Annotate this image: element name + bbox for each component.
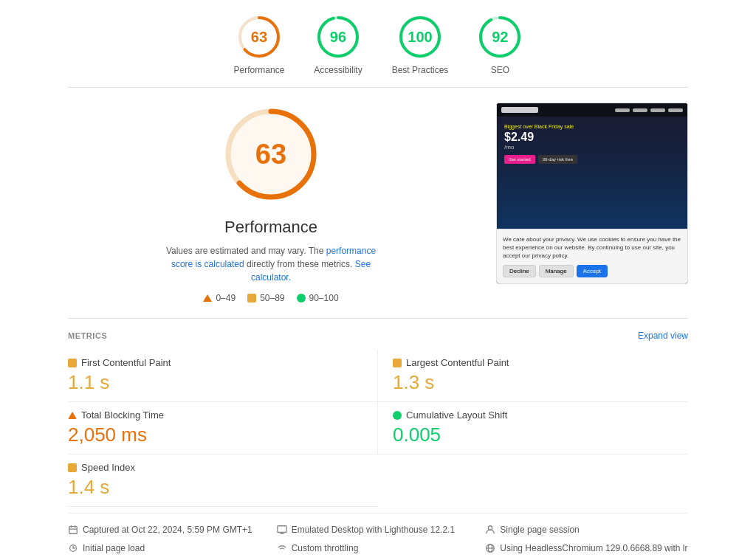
big-score-value: 63 <box>255 139 286 170</box>
info-page-load: Initial page load <box>68 542 271 555</box>
calendar-icon <box>68 525 78 535</box>
metrics-title: METRICS <box>68 331 107 340</box>
info-page-load-text: Initial page load <box>83 542 145 555</box>
desc-text: Values are estimated and may vary. The <box>166 246 323 256</box>
info-throttling-text: Custom throttling <box>292 542 359 555</box>
metric-lcp-header: Largest Contentful Paint <box>393 357 688 368</box>
green-circle-icon <box>297 294 306 303</box>
score-value-seo: 92 <box>492 29 508 46</box>
lcp-indicator-icon <box>393 359 402 367</box>
metric-fcp-value: 1.1 s <box>68 371 362 394</box>
mockup-price: $2.49 <box>504 131 680 144</box>
perf-description: Values are estimated and may vary. The p… <box>160 244 382 284</box>
globe-icon <box>485 543 495 553</box>
legend-row: 0–49 50–89 90–100 <box>203 293 338 303</box>
cls-indicator-icon <box>393 411 402 420</box>
mockup-hero-content: Biggest over Black Friday sale $2.49 /mo… <box>497 117 687 171</box>
mockup-nav <box>497 103 687 117</box>
metrics-header: METRICS Expand view <box>68 331 688 341</box>
mockup-price-suffix: /mo <box>504 144 680 151</box>
metric-si-value: 1.4 s <box>68 476 363 499</box>
big-score-container: 63 <box>219 103 323 206</box>
info-emulated-text: Emulated Desktop with Lighthouse 12.2.1 <box>292 524 455 536</box>
score-label-accessibility: Accessibility <box>314 65 362 75</box>
metric-cls-header: Cumulative Layout Shift <box>393 409 688 421</box>
consent-manage-button[interactable]: Manage <box>539 265 574 277</box>
score-cards-row: 63 Performance 96 Accessibility <box>68 0 688 88</box>
score-circle-performance: 63 <box>237 15 281 59</box>
info-session: Single page session <box>485 524 688 536</box>
mockup-nav-links <box>615 108 683 112</box>
mockup-buttons: Get started 30-day risk free <box>504 155 680 164</box>
mockup-logo <box>501 107 538 113</box>
consent-accept-button[interactable]: Accept <box>577 265 608 277</box>
consent-panel: We care about your privacy. We use cooki… <box>497 229 687 283</box>
score-card-accessibility[interactable]: 96 Accessibility <box>314 15 362 75</box>
info-row: Captured at Oct 22, 2024, 5:59 PM GMT+1 … <box>68 513 688 560</box>
consent-buttons: Decline Manage Accept <box>503 265 681 277</box>
svg-rect-11 <box>69 527 78 534</box>
desc-suffix: directly from these metrics. <box>247 259 352 269</box>
metrics-section: METRICS Expand view First Contentful Pai… <box>68 319 688 560</box>
score-circle-best-practices: 100 <box>398 15 442 59</box>
screenshot-panel: Biggest over Black Friday sale $2.49 /mo… <box>496 103 688 284</box>
metric-tbt: Total Blocking Time 2,050 ms <box>68 402 378 454</box>
monitor-icon <box>277 525 287 535</box>
score-label-performance: Performance <box>234 65 285 75</box>
legend-label-red: 0–49 <box>216 293 236 303</box>
metric-fcp: First Contentful Paint 1.1 s <box>68 350 378 402</box>
expand-view-button[interactable]: Expand view <box>638 331 688 341</box>
red-triangle-icon <box>203 294 212 302</box>
user-icon <box>485 525 495 535</box>
score-circle-accessibility: 96 <box>316 15 360 59</box>
mockup-hero-area: Biggest over Black Friday sale $2.49 /mo… <box>497 103 687 229</box>
legend-item-red: 0–49 <box>203 293 236 303</box>
nav-link-3 <box>650 108 665 112</box>
si-indicator-icon <box>68 463 77 472</box>
consent-text: We care about your privacy. We use cooki… <box>503 235 681 260</box>
legend-item-green: 90–100 <box>297 293 339 303</box>
score-card-best-practices[interactable]: 100 Best Practices <box>392 15 449 75</box>
metric-fcp-name: First Contentful Paint <box>81 357 171 368</box>
metric-tbt-value: 2,050 ms <box>68 424 362 446</box>
mockup-cta-secondary: 30-day risk free <box>538 155 577 164</box>
info-throttling: Custom throttling <box>277 542 480 555</box>
perf-title: Performance <box>224 218 317 237</box>
nav-link-4 <box>668 108 683 112</box>
metric-cls-value: 0.005 <box>393 424 688 446</box>
score-card-seo[interactable]: 92 SEO <box>478 15 522 75</box>
metric-tbt-header: Total Blocking Time <box>68 409 362 421</box>
score-value-performance: 63 <box>251 29 267 46</box>
metric-cls-name: Cumulative Layout Shift <box>406 409 507 421</box>
main-section: 63 Performance Values are estimated and … <box>68 88 688 319</box>
consent-decline-button[interactable]: Decline <box>503 265 536 277</box>
screenshot-preview: Biggest over Black Friday sale $2.49 /mo… <box>496 103 688 284</box>
score-value-best-practices: 100 <box>408 29 432 46</box>
info-captured: Captured at Oct 22, 2024, 5:59 PM GMT+1 <box>68 524 271 536</box>
legend-label-orange: 50–89 <box>260 293 284 303</box>
score-card-performance[interactable]: 63 Performance <box>234 15 285 75</box>
metric-lcp: Largest Contentful Paint 1.3 s <box>378 350 688 402</box>
tbt-indicator-icon <box>68 412 77 419</box>
nav-link-2 <box>633 108 647 112</box>
svg-rect-15 <box>278 526 286 533</box>
metric-lcp-name: Largest Contentful Paint <box>406 357 509 368</box>
legend-item-orange: 50–89 <box>247 293 284 303</box>
fcp-indicator-icon <box>68 359 77 367</box>
metric-si: Speed Index 1.4 s <box>68 454 378 507</box>
wifi-icon <box>277 543 287 553</box>
mockup-cta-primary: Get started <box>504 155 535 164</box>
score-value-accessibility: 96 <box>330 29 346 46</box>
score-label-seo: SEO <box>491 65 509 75</box>
orange-square-icon <box>247 294 256 303</box>
metric-tbt-name: Total Blocking Time <box>81 409 164 421</box>
info-browser-text: Using HeadlessChromium 129.0.6668.89 wit… <box>500 542 687 555</box>
svg-point-18 <box>489 526 492 530</box>
mockup-sale-tag: Biggest over Black Friday sale <box>504 124 680 129</box>
info-session-text: Single page session <box>500 524 579 536</box>
info-emulated: Emulated Desktop with Lighthouse 12.2.1 <box>277 524 480 536</box>
nav-link-1 <box>615 108 630 112</box>
info-browser: Using HeadlessChromium 129.0.6668.89 wit… <box>485 542 688 555</box>
metric-cls: Cumulative Layout Shift 0.005 <box>378 402 688 454</box>
metric-fcp-header: First Contentful Paint <box>68 357 362 368</box>
